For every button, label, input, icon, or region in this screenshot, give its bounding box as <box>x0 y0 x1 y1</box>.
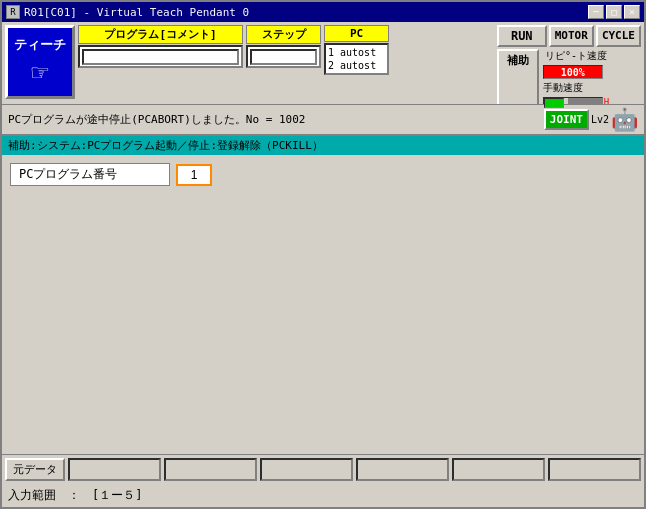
pc-program-input[interactable] <box>176 164 212 186</box>
status-message: PCプログラムが途中停止(PCABORT)しました。No = 1002 <box>8 112 305 127</box>
pc-label: PC <box>324 25 389 42</box>
lv-label: Lv2 <box>591 114 609 125</box>
hint-bar: 補助:システム:PCプログラム起動／停止:登録解除（PCKILL） <box>2 135 644 155</box>
tedo-label: 手動速度 <box>543 81 609 95</box>
program-inner <box>82 49 239 65</box>
joint-area: JOINT Lv2 🤖 <box>544 107 638 132</box>
bottom-btn4 <box>260 458 353 481</box>
bottom-row: 補助 リピ°-ト速度 100% 手動速度 H <box>497 49 641 107</box>
step-label: ステップ <box>246 25 321 44</box>
hojo-button[interactable]: 補助 <box>497 49 539 107</box>
motor-button[interactable]: MOTOR <box>549 25 594 47</box>
right-panel: RUN MOTOR CYCLE 補助 リピ°-ト速度 100% 手動速度 H <box>497 25 641 102</box>
hand-icon: ☞ <box>32 56 49 89</box>
maximize-button[interactable]: □ <box>606 5 622 19</box>
bottom-btn5 <box>356 458 449 481</box>
status-bar: PCプログラムが途中停止(PCABORT)しました。No = 1002 JOIN… <box>2 104 644 135</box>
pc-box: 1 autost 2 autost <box>324 43 389 75</box>
empty-area <box>10 192 636 450</box>
bottom-btn3 <box>164 458 257 481</box>
cycle-button[interactable]: CYCLE <box>596 25 641 47</box>
input-range-text: 入力範囲 ： [１ー５] <box>8 488 142 502</box>
step-box <box>246 45 321 68</box>
speed-bar-red: 100% <box>543 65 603 79</box>
pc-line1: 1 autost <box>328 46 385 59</box>
step-inner <box>250 49 317 65</box>
minimize-button[interactable]: ─ <box>588 5 604 19</box>
bottom-btn6 <box>452 458 545 481</box>
top-row: プログラム[コメント] ステップ PC <box>78 25 494 75</box>
pc-group: PC 1 autost 2 autost <box>324 25 389 75</box>
tedo-speed-fill <box>544 98 564 108</box>
motodata-button[interactable]: 元データ <box>5 458 65 481</box>
title-bar-left: R R01[C01] - Virtual Teach Pendant 0 <box>6 5 249 19</box>
close-button[interactable]: × <box>624 5 640 19</box>
main-window: R R01[C01] - Virtual Teach Pendant 0 ─ □… <box>0 0 646 509</box>
pc-program-row: PCプログラム番号 <box>10 163 636 186</box>
pc-line2: 2 autost <box>328 59 385 72</box>
speed-section: リピ°-ト速度 100% 手動速度 H <box>543 49 609 107</box>
middle-section: プログラム[コメント] ステップ PC <box>78 25 494 102</box>
robot-icon: 🤖 <box>611 107 638 132</box>
speed-label: リピ°-ト速度 <box>543 49 609 63</box>
main-content: PCプログラム番号 <box>2 155 644 454</box>
bottom-btn7 <box>548 458 641 481</box>
toolbar: ティーチ ☞ プログラム[コメント] ステップ <box>2 22 644 104</box>
program-label: プログラム[コメント] <box>78 25 243 44</box>
bottom-toolbar: 元データ <box>2 454 644 484</box>
program-group: プログラム[コメント] <box>78 25 243 68</box>
pc-lines: 1 autost 2 autost <box>328 46 385 72</box>
program-box <box>78 45 243 68</box>
title-bar: R R01[C01] - Virtual Teach Pendant 0 ─ □… <box>2 2 644 22</box>
run-row: RUN MOTOR CYCLE <box>497 25 641 47</box>
teach-label: ティーチ <box>14 36 66 54</box>
input-range: 入力範囲 ： [１ー５] <box>2 484 644 507</box>
run-button[interactable]: RUN <box>497 25 547 47</box>
step-group: ステップ <box>246 25 321 68</box>
joint-button[interactable]: JOINT <box>544 109 589 130</box>
window-title: R01[C01] - Virtual Teach Pendant 0 <box>24 6 249 19</box>
hint-text: 補助:システム:PCプログラム起動／停止:登録解除（PCKILL） <box>8 139 323 152</box>
title-buttons: ─ □ × <box>588 5 640 19</box>
pc-program-label: PCプログラム番号 <box>10 163 170 186</box>
bottom-btn2 <box>68 458 161 481</box>
app-icon: R <box>6 5 20 19</box>
teach-button[interactable]: ティーチ ☞ <box>5 25 75 99</box>
